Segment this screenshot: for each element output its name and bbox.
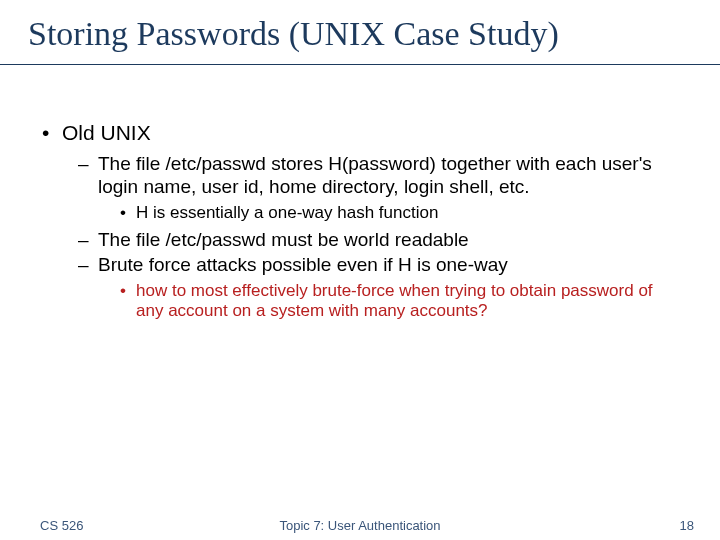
slide: Storing Passwords (UNIX Case Study) •Old… (0, 0, 720, 540)
footer-page-number: 18 (680, 518, 694, 533)
lvl1-text: Old UNIX (62, 121, 151, 144)
slide-title: Storing Passwords (UNIX Case Study) (28, 14, 700, 53)
bullet-level2: –The file /etc/passwd stores H(password)… (78, 153, 680, 199)
dash-icon: – (78, 153, 98, 176)
bullet-level2: –Brute force attacks possible even if H … (78, 254, 680, 277)
bullet-dot-icon: • (120, 203, 136, 223)
bullet-dot-icon: • (42, 120, 62, 145)
lvl2-text: Brute force attacks possible even if H i… (98, 254, 508, 275)
slide-body: •Old UNIX –The file /etc/passwd stores H… (42, 120, 680, 328)
bullet-level3-highlight: •how to most effectively brute-force whe… (120, 281, 680, 322)
bullet-level1: •Old UNIX (42, 120, 680, 145)
title-text: Storing Passwords (UNIX Case Study) (28, 15, 559, 52)
bullet-dot-icon: • (120, 281, 136, 301)
lvl3-text: how to most effectively brute-force when… (136, 281, 653, 320)
bullet-level3: •H is essentially a one-way hash functio… (120, 203, 680, 223)
lvl2-text: The file /etc/passwd stores H(password) … (98, 153, 652, 197)
dash-icon: – (78, 229, 98, 252)
lvl2-text: The file /etc/passwd must be world reada… (98, 229, 469, 250)
title-underline (0, 64, 720, 65)
lvl3-text: H is essentially a one-way hash function (136, 203, 438, 222)
footer-topic: Topic 7: User Authentication (0, 518, 720, 533)
dash-icon: – (78, 254, 98, 277)
bullet-level2: –The file /etc/passwd must be world read… (78, 229, 680, 252)
